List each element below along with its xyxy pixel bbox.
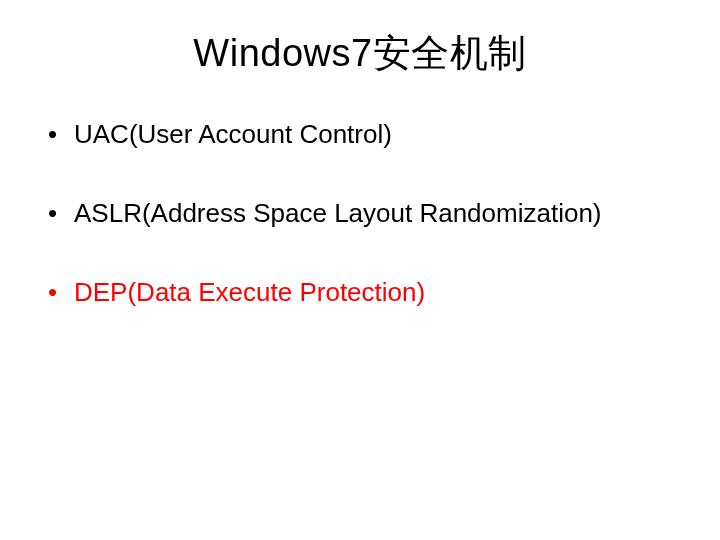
slide: Windows7安全机制 UAC(User Account Control) A… <box>0 0 720 540</box>
slide-title: Windows7安全机制 <box>40 28 680 79</box>
bullet-item: ASLR(Address Space Layout Randomization) <box>48 198 680 229</box>
bullet-list: UAC(User Account Control) ASLR(Address S… <box>40 119 680 309</box>
bullet-text: DEP(Data Execute Protection) <box>74 277 425 307</box>
bullet-text: UAC(User Account Control) <box>74 119 392 149</box>
bullet-text: ASLR(Address Space Layout Randomization) <box>74 198 602 228</box>
bullet-item: DEP(Data Execute Protection) <box>48 277 680 308</box>
bullet-item: UAC(User Account Control) <box>48 119 680 150</box>
